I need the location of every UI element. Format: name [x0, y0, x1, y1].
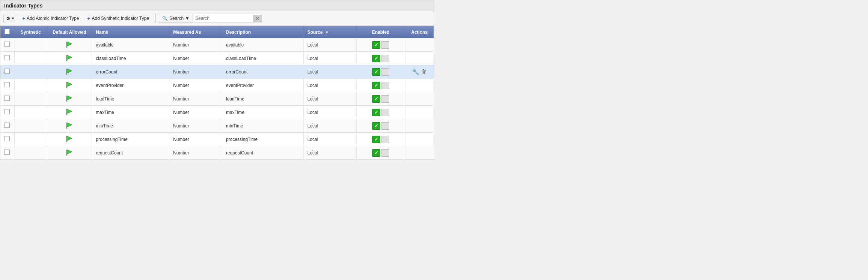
search-clear-button[interactable]: ✕ [253, 15, 262, 22]
row-checkbox-cell [0, 52, 14, 65]
flag-icon [65, 70, 74, 76]
row-default-allowed-cell [47, 119, 92, 133]
col-header-source[interactable]: Source ▼ [303, 26, 356, 38]
row-measured-as-cell: Number [169, 52, 222, 65]
delete-icon[interactable]: 🗑 [421, 69, 427, 75]
enabled-toggle-group: ✓ [360, 41, 401, 49]
col-header-check [0, 26, 14, 38]
table-row: eventProviderNumbereventProviderLocal ✓ [0, 79, 434, 92]
add-atomic-button[interactable]: + Add Atomic Indicator Type [19, 13, 82, 23]
enabled-checkbox-off[interactable] [381, 55, 389, 62]
search-input[interactable] [193, 14, 253, 22]
row-measured-as-cell: Number [169, 106, 222, 119]
flag-icon [65, 97, 74, 103]
row-checkbox[interactable] [5, 69, 10, 74]
flag-icon [65, 138, 74, 143]
table-wrapper: Synthetic Default Allowed Name Measured … [0, 26, 434, 160]
row-measured-as-cell: Number [169, 133, 222, 146]
row-checkbox[interactable] [5, 42, 10, 47]
row-measured-as-cell: Number [169, 92, 222, 106]
col-header-actions: Actions [405, 26, 434, 38]
search-input-wrapper: ✕ [193, 14, 262, 23]
row-checkbox-cell [0, 133, 14, 146]
row-name-cell: eventProvider [92, 79, 169, 92]
svg-marker-6 [67, 82, 72, 87]
search-button[interactable]: 🔍 Search ▼ [159, 14, 193, 23]
row-enabled-cell: ✓ [356, 92, 405, 106]
row-default-allowed-cell [47, 52, 92, 65]
row-source-cell: Local [303, 79, 356, 92]
row-checkbox[interactable] [5, 123, 10, 128]
enabled-checkbox-on[interactable]: ✓ [372, 82, 380, 89]
gear-button[interactable]: ⚙ ▼ [3, 14, 17, 23]
row-actions-cell [405, 92, 434, 106]
row-description-cell: errorCount [222, 65, 304, 79]
row-description-cell: loadTime [222, 92, 304, 106]
select-all-checkbox[interactable] [5, 29, 10, 34]
row-synthetic-cell [14, 92, 47, 106]
enabled-checkbox-off[interactable] [381, 122, 389, 130]
row-checkbox-cell [0, 38, 14, 52]
row-name-cell: classLoadTime [92, 52, 169, 65]
checkmark-icon: ✓ [374, 55, 378, 61]
enabled-toggle-group: ✓ [360, 68, 401, 76]
enabled-checkbox-on[interactable]: ✓ [372, 149, 380, 157]
row-checkbox[interactable] [5, 96, 10, 101]
row-source-cell: Local [303, 119, 356, 133]
enabled-toggle-group: ✓ [360, 82, 401, 89]
row-synthetic-cell [14, 133, 47, 146]
row-name-cell: available [92, 38, 169, 52]
row-enabled-cell: ✓ [356, 65, 405, 79]
row-source-cell: Local [303, 52, 356, 65]
row-checkbox[interactable] [5, 109, 10, 114]
enabled-checkbox-off[interactable] [381, 136, 389, 143]
enabled-checkbox-off[interactable] [381, 82, 389, 89]
row-checkbox-cell [0, 119, 14, 133]
enabled-checkbox-on[interactable]: ✓ [372, 41, 380, 49]
table-row: minTimeNumberminTimeLocal ✓ [0, 119, 434, 133]
enabled-checkbox-on[interactable]: ✓ [372, 122, 380, 130]
table-body: availableNumberavailableLocal ✓ classLoa… [0, 38, 434, 160]
row-name-cell: loadTime [92, 92, 169, 106]
search-icon: 🔍 [162, 16, 168, 21]
checkmark-icon: ✓ [374, 150, 378, 156]
row-description-cell: classLoadTime [222, 52, 304, 65]
enabled-checkbox-on[interactable]: ✓ [372, 68, 380, 76]
row-checkbox[interactable] [5, 136, 10, 141]
enabled-checkbox-off[interactable] [381, 68, 389, 76]
row-actions-cell [405, 146, 434, 160]
row-checkbox[interactable] [5, 150, 10, 155]
row-description-cell: maxTime [222, 106, 304, 119]
enabled-checkbox-off[interactable] [381, 41, 389, 49]
enabled-checkbox-on[interactable]: ✓ [372, 109, 380, 116]
enabled-checkbox-on[interactable]: ✓ [372, 55, 380, 62]
row-synthetic-cell [14, 79, 47, 92]
row-default-allowed-cell [47, 79, 92, 92]
row-enabled-cell: ✓ [356, 119, 405, 133]
search-group: 🔍 Search ▼ ✕ [159, 14, 262, 23]
enabled-toggle-group: ✓ [360, 55, 401, 62]
enabled-checkbox-off[interactable] [381, 149, 389, 157]
row-actions-cell [405, 79, 434, 92]
row-source-cell: Local [303, 92, 356, 106]
toolbar-divider [155, 14, 156, 23]
row-name-cell: errorCount [92, 65, 169, 79]
row-checkbox[interactable] [5, 82, 10, 87]
row-synthetic-cell [14, 106, 47, 119]
add-synthetic-button[interactable]: + Add Synthetic Indicator Type [84, 13, 152, 23]
edit-icon[interactable]: 🔧 [412, 68, 419, 75]
enabled-checkbox-off[interactable] [381, 95, 389, 103]
row-default-allowed-cell [47, 133, 92, 146]
enabled-checkbox-on[interactable]: ✓ [372, 95, 380, 103]
row-name-cell: minTime [92, 119, 169, 133]
row-checkbox[interactable] [5, 55, 10, 60]
row-source-cell: Local [303, 133, 356, 146]
enabled-checkbox-on[interactable]: ✓ [372, 136, 380, 143]
svg-marker-14 [67, 136, 72, 141]
row-enabled-cell: ✓ [356, 133, 405, 146]
enabled-checkbox-off[interactable] [381, 109, 389, 116]
row-name-cell: requestCount [92, 146, 169, 160]
checkmark-icon: ✓ [374, 136, 378, 142]
col-header-enabled: Enabled [356, 26, 405, 38]
sort-arrow-icon: ▼ [325, 30, 329, 34]
